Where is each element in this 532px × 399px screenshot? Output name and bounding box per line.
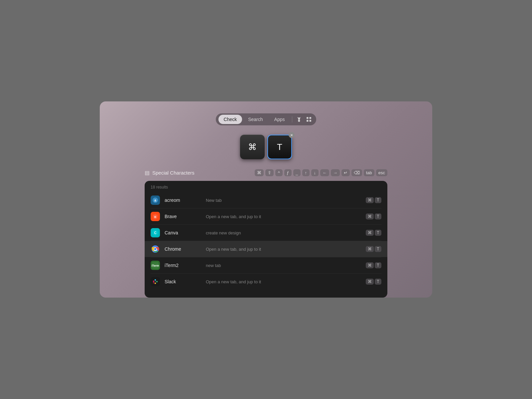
svg-rect-20 bbox=[156, 281, 158, 282]
result-row-iterm2[interactable]: iTerm iTerm2 new tab ⌘ T bbox=[145, 257, 387, 273]
svg-rect-23 bbox=[155, 281, 156, 282]
result-row-chrome[interactable]: Chrome Open a new tab, and jup to it ⌘ T bbox=[145, 241, 387, 257]
special-chars-bar: ▤ Special Characters ⌘ ⇧ ^ ƒ _ ↑ ↓ ← → ↵… bbox=[145, 169, 387, 176]
result-row-canva[interactable]: C Canva create new design ⌘ T bbox=[145, 225, 387, 241]
shortcut-cmd-brave: ⌘ bbox=[366, 213, 374, 219]
special-chars-text: Special Characters bbox=[152, 170, 195, 176]
char-key-cmd[interactable]: ⌘ bbox=[255, 169, 264, 176]
app-action-chrome: Open a new tab, and jup to it bbox=[206, 247, 361, 252]
svg-rect-2 bbox=[307, 120, 309, 122]
nav-bar: Check Search Apps bbox=[216, 113, 317, 125]
char-keys: ⌘ ⇧ ^ ƒ _ ↑ ↓ ← → ↵ ⌫ tab esc bbox=[255, 169, 387, 176]
svg-rect-0 bbox=[307, 117, 309, 119]
app-name-acreom: acreom bbox=[165, 198, 201, 203]
svg-rect-22 bbox=[153, 282, 154, 283]
svg-point-14 bbox=[154, 248, 157, 250]
result-row-brave[interactable]: B Brave Open a new tab, and jup to it ⌘ … bbox=[145, 208, 387, 224]
svg-rect-21 bbox=[155, 283, 156, 284]
result-row-acreom[interactable]: a acreom New tab ⌘ T bbox=[145, 192, 387, 208]
shortcut-cmd-acreom: ⌘ bbox=[366, 197, 374, 203]
char-key-shift[interactable]: ⇧ bbox=[265, 169, 274, 176]
result-row-slack[interactable]: Slack Open a new tab, and jup to it ⌘ T bbox=[145, 274, 387, 290]
app-name-chrome: Chrome bbox=[165, 246, 201, 252]
cmd-symbol: ⌘ bbox=[248, 142, 257, 152]
app-icon-chrome bbox=[151, 244, 160, 254]
app-icon-slack bbox=[151, 277, 160, 286]
special-chars-label: ▤ Special Characters bbox=[145, 170, 195, 176]
shortcut-chrome: ⌘ T bbox=[366, 246, 381, 252]
close-button[interactable]: ✕ bbox=[289, 132, 295, 138]
shortcut-acreom: ⌘ T bbox=[366, 197, 381, 203]
shortcut-cmd-chrome: ⌘ bbox=[366, 246, 374, 252]
nav-divider bbox=[292, 116, 292, 122]
shortcut-t-acreom: T bbox=[375, 197, 381, 203]
apple-icon[interactable] bbox=[294, 115, 304, 124]
special-chars-icon: ▤ bbox=[145, 170, 150, 176]
svg-text:B: B bbox=[154, 215, 156, 218]
key-display-area: ⌘ T ✕ bbox=[240, 135, 292, 159]
svg-rect-3 bbox=[310, 120, 312, 122]
app-name-slack: Slack bbox=[165, 279, 201, 284]
app-name-brave: Brave bbox=[165, 214, 201, 219]
t-symbol: T bbox=[277, 142, 282, 152]
results-count: 18 results bbox=[145, 181, 387, 192]
app-icon-canva: C bbox=[151, 228, 160, 237]
svg-text:C: C bbox=[154, 231, 156, 235]
nav-check[interactable]: Check bbox=[218, 115, 242, 124]
shortcut-t-canva: T bbox=[375, 230, 381, 236]
char-key-down[interactable]: ↓ bbox=[311, 169, 319, 176]
shortcut-brave: ⌘ T bbox=[366, 213, 381, 219]
svg-text:iTerm: iTerm bbox=[152, 264, 159, 267]
app-action-brave: Open a new tab, and jup to it bbox=[206, 214, 361, 219]
main-window: Check Search Apps ⌘ T ✕ bbox=[100, 101, 432, 298]
shortcut-cmd-iterm2: ⌘ bbox=[366, 262, 374, 268]
char-key-return[interactable]: ↵ bbox=[341, 169, 350, 176]
shortcut-cmd-slack: ⌘ bbox=[366, 279, 374, 285]
shortcut-slack: ⌘ T bbox=[366, 279, 381, 285]
nav-apps[interactable]: Apps bbox=[269, 115, 290, 124]
app-action-canva: create new design bbox=[206, 230, 361, 235]
char-key-underscore[interactable]: _ bbox=[293, 169, 301, 176]
char-key-right[interactable]: → bbox=[331, 169, 340, 176]
char-key-fn[interactable]: ƒ bbox=[284, 169, 292, 176]
shortcut-t-iterm2: T bbox=[375, 262, 381, 268]
shortcut-canva: ⌘ T bbox=[366, 230, 381, 236]
app-icon-acreom: a bbox=[151, 196, 160, 205]
char-key-tab[interactable]: tab bbox=[364, 169, 374, 176]
shortcut-t-slack: T bbox=[375, 279, 381, 285]
app-name-iterm2: iTerm2 bbox=[165, 263, 201, 268]
grid-icon[interactable] bbox=[304, 115, 314, 124]
char-key-ctrl[interactable]: ^ bbox=[275, 169, 283, 176]
svg-rect-18 bbox=[153, 281, 154, 282]
app-action-iterm2: new tab bbox=[206, 263, 361, 268]
cmd-key-cap: ⌘ bbox=[240, 135, 265, 159]
char-key-left[interactable]: ← bbox=[320, 169, 329, 176]
char-key-delete[interactable]: ⌫ bbox=[351, 169, 362, 176]
svg-text:a: a bbox=[154, 199, 156, 202]
char-key-up[interactable]: ↑ bbox=[302, 169, 310, 176]
svg-rect-1 bbox=[310, 117, 312, 119]
app-icon-iterm2: iTerm bbox=[151, 261, 160, 270]
shortcut-cmd-canva: ⌘ bbox=[366, 230, 374, 236]
app-action-slack: Open a new tab, and jup to it bbox=[206, 279, 361, 284]
shortcut-t-brave: T bbox=[375, 213, 381, 219]
shortcut-iterm2: ⌘ T bbox=[366, 262, 381, 268]
close-icon: ✕ bbox=[290, 133, 293, 137]
t-key-cap[interactable]: T bbox=[267, 135, 292, 159]
app-name-canva: Canva bbox=[165, 230, 201, 235]
svg-rect-19 bbox=[155, 279, 156, 281]
results-panel: 18 results a acreom New tab ⌘ T bbox=[145, 181, 387, 298]
nav-search[interactable]: Search bbox=[243, 115, 268, 124]
app-icon-brave: B bbox=[151, 212, 160, 221]
app-action-acreom: New tab bbox=[206, 198, 361, 203]
char-key-esc[interactable]: esc bbox=[376, 169, 387, 176]
shortcut-t-chrome: T bbox=[375, 246, 381, 252]
